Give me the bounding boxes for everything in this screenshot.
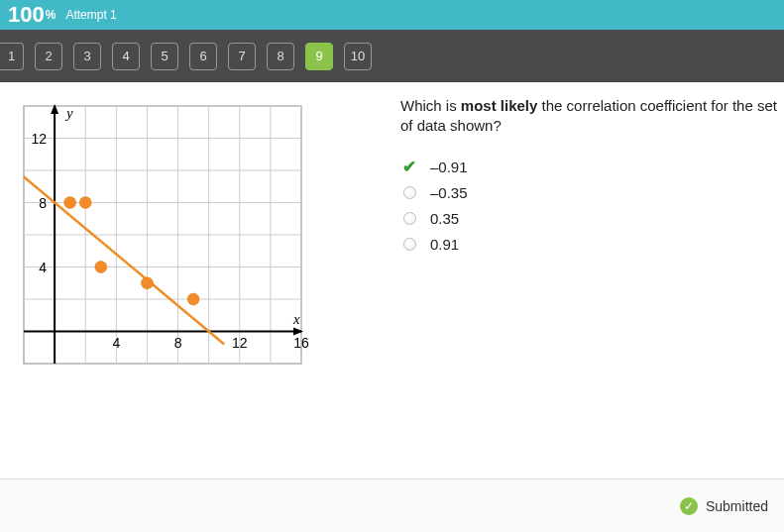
nav-question-10[interactable]: 10 — [344, 43, 372, 70]
nav-question-2[interactable]: 2 — [35, 43, 62, 70]
question-text: Which is most likely the correlation coe… — [400, 96, 777, 137]
scatter-plot: 4812164812yx — [14, 96, 311, 383]
check-circle-icon: ✓ — [680, 497, 698, 515]
answer-option[interactable]: ✔–0.91 — [400, 155, 777, 180]
nav-question-8[interactable]: 8 — [267, 43, 294, 70]
svg-text:4: 4 — [112, 335, 120, 351]
answer-option[interactable]: 0.91 — [400, 232, 777, 258]
option-label: 0.91 — [430, 236, 459, 253]
status-footer: ✓ Submitted — [0, 479, 784, 532]
nav-question-1[interactable]: 1 — [0, 43, 24, 70]
score-header: 100% Attempt 1 — [0, 0, 784, 30]
svg-text:x: x — [292, 311, 300, 327]
nav-question-5[interactable]: 5 — [151, 43, 178, 70]
option-label: –0.91 — [430, 159, 468, 175]
graph-canvas: 4812164812yx — [14, 96, 311, 383]
radio-icon — [403, 186, 416, 199]
radio-icon — [403, 212, 416, 225]
option-label: –0.35 — [430, 184, 468, 201]
option-label: 0.35 — [430, 210, 459, 227]
nav-question-7[interactable]: 7 — [228, 43, 256, 70]
svg-point-32 — [64, 197, 76, 209]
nav-question-3[interactable]: 3 — [73, 43, 101, 70]
svg-point-33 — [79, 197, 91, 209]
svg-text:y: y — [64, 105, 73, 121]
svg-point-34 — [95, 262, 107, 273]
attempt-label: Attempt 1 — [65, 8, 116, 22]
nav-question-4[interactable]: 4 — [112, 43, 140, 70]
radio-icon — [403, 238, 416, 251]
question-nav: 12345678910 — [0, 30, 784, 82]
svg-text:16: 16 — [293, 335, 309, 351]
answer-option[interactable]: 0.35 — [400, 206, 777, 232]
svg-text:12: 12 — [32, 131, 48, 147]
svg-text:4: 4 — [39, 260, 47, 275]
svg-point-35 — [141, 277, 153, 289]
submitted-label: Submitted — [706, 498, 768, 514]
nav-question-9[interactable]: 9 — [305, 43, 333, 70]
answer-options: ✔–0.91–0.350.350.91 — [400, 155, 777, 258]
checkmark-icon: ✔ — [402, 157, 416, 177]
svg-text:8: 8 — [39, 195, 47, 211]
svg-point-36 — [187, 293, 199, 305]
question-prefix: Which is — [400, 97, 461, 114]
svg-text:8: 8 — [174, 335, 182, 351]
nav-question-6[interactable]: 6 — [189, 43, 217, 70]
question-bold: most likely — [461, 97, 538, 114]
percent-sign: % — [46, 8, 56, 22]
answer-option[interactable]: –0.35 — [400, 180, 777, 206]
question-panel: Which is most likely the correlation coe… — [400, 96, 777, 383]
svg-text:12: 12 — [232, 335, 248, 351]
score-value: 100 — [8, 2, 45, 28]
content-area: 4812164812yx Which is most likely the co… — [0, 82, 784, 383]
